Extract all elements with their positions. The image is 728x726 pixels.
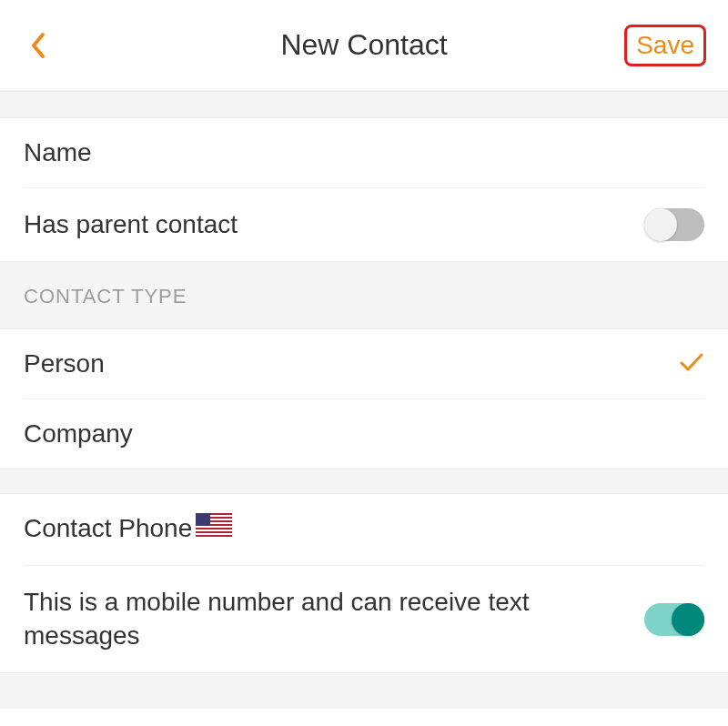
mobile-text-toggle[interactable] bbox=[644, 603, 704, 636]
mobile-text-label: This is a mobile number and can receive … bbox=[24, 586, 644, 652]
has-parent-row: Has parent contact bbox=[0, 188, 728, 261]
flag-us-icon bbox=[196, 513, 232, 543]
back-icon[interactable] bbox=[22, 29, 55, 62]
svg-rect-5 bbox=[196, 529, 232, 531]
toggle-knob bbox=[644, 208, 677, 241]
page-title: New Contact bbox=[280, 28, 447, 62]
toggle-knob bbox=[672, 603, 704, 636]
spacer bbox=[0, 672, 728, 709]
checkmark-icon bbox=[679, 349, 704, 378]
name-label: Name bbox=[24, 138, 92, 167]
spacer bbox=[0, 91, 728, 118]
svg-rect-4 bbox=[196, 526, 232, 528]
header: New Contact Save bbox=[0, 0, 728, 91]
save-button[interactable]: Save bbox=[624, 25, 706, 66]
contact-phone-field[interactable]: Contact Phone bbox=[0, 494, 728, 565]
mobile-text-row: This is a mobile number and can receive … bbox=[0, 566, 728, 672]
contact-type-person-label: Person bbox=[24, 349, 105, 378]
has-parent-toggle[interactable] bbox=[644, 208, 704, 241]
name-field[interactable]: Name bbox=[0, 118, 728, 187]
svg-rect-6 bbox=[196, 533, 232, 535]
contact-type-company-label: Company bbox=[24, 419, 133, 449]
svg-rect-7 bbox=[196, 513, 210, 526]
contact-phone-label: Contact Phone bbox=[24, 514, 232, 545]
has-parent-label: Has parent contact bbox=[24, 210, 238, 239]
spacer bbox=[0, 469, 728, 494]
contact-type-header: CONTACT TYPE bbox=[0, 261, 728, 329]
contact-type-person[interactable]: Person bbox=[0, 329, 728, 398]
contact-type-company[interactable]: Company bbox=[0, 399, 728, 469]
